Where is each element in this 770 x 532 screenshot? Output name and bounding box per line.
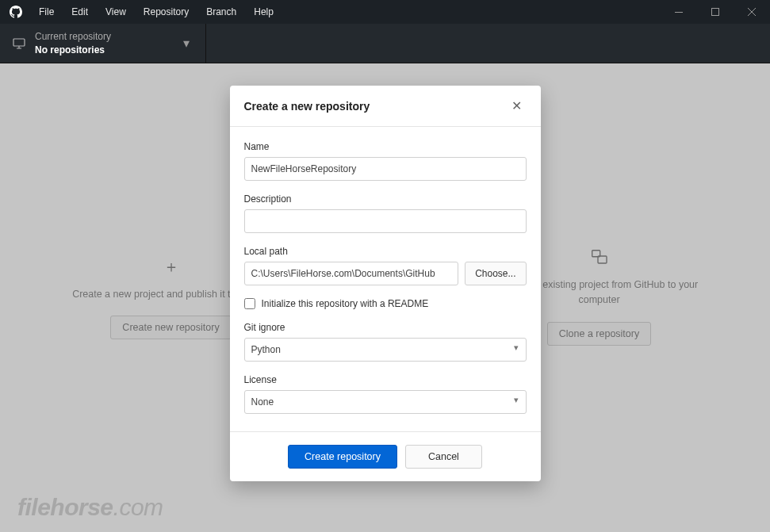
close-icon [748, 8, 756, 16]
gitignore-select[interactable]: Python [244, 338, 527, 362]
current-repository-label: Current repository [35, 30, 111, 43]
window-close-button[interactable] [734, 0, 770, 24]
local-path-input[interactable] [244, 262, 459, 285]
name-label: Name [244, 141, 527, 152]
menu-branch[interactable]: Branch [197, 0, 245, 24]
current-repository-dropdown[interactable]: Current repository No repositories ▾ [0, 24, 206, 63]
svg-rect-1 [712, 9, 719, 16]
gitignore-label: Git ignore [244, 322, 527, 333]
menu-file[interactable]: File [30, 0, 63, 24]
description-label: Description [244, 193, 527, 205]
create-repository-submit-button[interactable]: Create repository [288, 445, 397, 469]
svg-rect-0 [675, 12, 683, 13]
close-icon: ✕ [511, 99, 522, 113]
cancel-button[interactable]: Cancel [405, 445, 482, 469]
gitignore-value: Python [251, 344, 281, 355]
watermark: filehorse.com [17, 494, 163, 521]
menu-view[interactable]: View [97, 0, 135, 24]
name-input[interactable] [244, 157, 527, 181]
titlebar: File Edit View Repository Branch Help [0, 0, 770, 24]
current-repository-value: No repositories [35, 44, 111, 56]
initialize-readme-label: Initialize this repository with a README [262, 298, 429, 309]
menu-edit[interactable]: Edit [63, 0, 97, 24]
menu-help[interactable]: Help [245, 0, 282, 24]
license-select[interactable]: None [244, 390, 527, 414]
license-value: None [251, 396, 274, 408]
github-icon [10, 6, 22, 18]
license-label: License [244, 374, 527, 385]
create-repository-dialog: Create a new repository ✕ Name Descripti… [230, 86, 541, 481]
header-bar: Current repository No repositories ▾ [0, 24, 770, 63]
window-minimize-button[interactable] [661, 0, 697, 24]
maximize-icon [711, 8, 719, 16]
window-maximize-button[interactable] [697, 0, 734, 24]
choose-path-button[interactable]: Choose... [465, 262, 526, 285]
desktop-icon [13, 37, 25, 50]
initialize-readme-checkbox[interactable] [244, 298, 255, 309]
dialog-title: Create a new repository [244, 100, 370, 113]
local-path-label: Local path [244, 246, 527, 257]
minimize-icon [675, 12, 683, 13]
menu-repository[interactable]: Repository [135, 0, 197, 24]
svg-rect-2 [13, 39, 25, 46]
dialog-close-button[interactable]: ✕ [507, 97, 527, 115]
description-input[interactable] [244, 209, 527, 233]
chevron-down-icon: ▾ [183, 36, 190, 51]
watermark-text-b: .com [113, 494, 163, 520]
watermark-text-a: filehorse [17, 494, 113, 520]
